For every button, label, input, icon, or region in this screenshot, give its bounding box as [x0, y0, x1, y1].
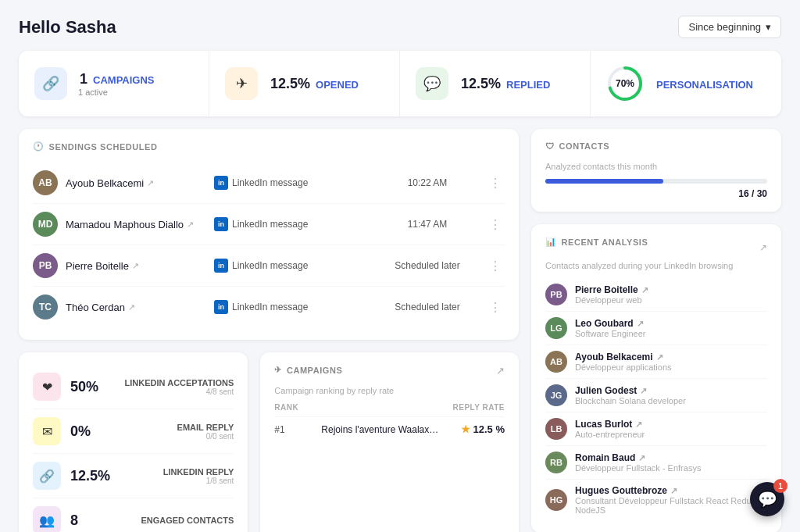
contacts-icon: 🛡: [545, 141, 555, 151]
chart-icon: 📊: [545, 237, 557, 247]
campaigns-panel-title: ✈ CAMPAIGNS: [274, 365, 394, 375]
main-grid: 🕐 SENDINGS SCHEDULED AB Ayoub Belkacemi …: [19, 129, 781, 532]
metrics-grid: ❤ 50% LINKEDIN ACCEPTATIONS 4/8 sent ✉ 0…: [19, 352, 519, 532]
message-type: in LinkedIn message: [214, 217, 369, 231]
external-link-icon: ↗: [656, 352, 663, 362]
more-options-button[interactable]: ⋮: [486, 297, 505, 318]
external-link-recent-icon[interactable]: ↗: [759, 242, 767, 253]
more-options-button[interactable]: ⋮: [486, 173, 505, 194]
since-selector[interactable]: Since beginning ▾: [678, 16, 781, 38]
recent-analysis-panel: 📊 RECENT ANALYSIS ↗ Contacts analyzed du…: [531, 224, 781, 532]
recent-row: JG Julien Godest ↗ Blockchain Solana dev…: [545, 379, 767, 412]
avatar: JG: [545, 384, 567, 406]
stat-campaigns[interactable]: 🔗 1 CAMPAIGNS 1 active: [19, 51, 209, 116]
external-icon: ↗: [147, 178, 154, 188]
external-link-icon: ↗: [640, 386, 647, 396]
more-options-button[interactable]: ⋮: [486, 255, 505, 277]
metrics-list: ❤ 50% LINKEDIN ACCEPTATIONS 4/8 sent ✉ 0…: [33, 365, 234, 532]
chat-icon: 💬: [758, 490, 777, 509]
external-link-icon: ↗: [641, 285, 648, 295]
recent-contact-name: Hugues Gouttebroze ↗: [575, 485, 767, 496]
recent-row: AB Ayoub Belkacemi ↗ Développeur applica…: [545, 345, 767, 379]
message-type: in LinkedIn message: [214, 259, 369, 273]
recent-contact-name: Lucas Burlot ↗: [575, 419, 645, 430]
chat-bubble[interactable]: 💬 1: [750, 482, 784, 516]
campaigns-list: #1 Rejoins l'aventure Waalaxy et devient…: [274, 416, 505, 441]
metric-icon: ❤: [33, 373, 61, 401]
linkedin-icon: in: [214, 259, 228, 273]
contacts-count: 16 / 30: [545, 188, 767, 199]
sendings-panel: 🕐 SENDINGS SCHEDULED AB Ayoub Belkacemi …: [19, 129, 519, 340]
campaigns-panel: ✈ CAMPAIGNS Campaign ranking by reply ra…: [260, 352, 519, 532]
metric-value: 50%: [70, 379, 113, 395]
linkedin-icon: in: [214, 176, 228, 190]
contacts-fill: [545, 179, 663, 184]
recent-contact-role: Software Engineer: [575, 329, 646, 338]
send-time: Scheduled later: [377, 260, 478, 271]
recent-contact-role: Développeur applications: [575, 362, 672, 372]
sending-row: PB Pierre Boitelle ↗ in LinkedIn message…: [33, 245, 505, 287]
metric-label: LINKEDIN REPLY: [123, 467, 234, 477]
metric-sub: 4/8 sent: [123, 387, 234, 396]
contact-name: Pierre Boitelle ↗: [66, 260, 206, 272]
stat-opened[interactable]: ✈ 12.5% OPENED: [209, 51, 400, 116]
metric-label: EMAIL REPLY: [123, 423, 234, 432]
stats-row: 🔗 1 CAMPAIGNS 1 active ✈ 12.5% OPENED 💬 …: [19, 51, 781, 116]
recent-contact-name: Julien Godest ↗: [575, 385, 686, 396]
opened-icon: ✈: [225, 67, 258, 100]
stat-replied[interactable]: 💬 12.5% REPLIED: [400, 51, 591, 116]
campaigns-value: 1: [80, 71, 88, 87]
clock-icon: 🕐: [33, 141, 45, 152]
recent-contact-name: Leo Goubard ↗: [575, 318, 646, 329]
recent-contact-role: Blockchain Solana developer: [575, 396, 686, 405]
recent-analysis-title: 📊 RECENT ANALYSIS: [545, 237, 648, 247]
linkedin-icon: in: [214, 300, 228, 314]
recent-contact-name: Romain Baud ↗: [575, 452, 701, 463]
replied-value: 12.5%: [461, 76, 501, 91]
campaign-name: Rejoins l'aventure Waalaxy et devient no…: [321, 424, 442, 435]
contacts-title: 🛡 CONTACTS: [545, 141, 767, 151]
external-icon: ↗: [132, 261, 139, 271]
personalisation-label: PERSONALISATION: [656, 79, 753, 91]
external-icon: ↗: [187, 220, 194, 230]
avatar: HG: [545, 489, 567, 511]
right-col: 🛡 CONTACTS Analyzed contacts this month …: [531, 129, 781, 532]
campaign-row[interactable]: #1 Rejoins l'aventure Waalaxy et devient…: [274, 416, 505, 441]
recent-row: RB Romain Baud ↗ Développeur Fullstack -…: [545, 446, 767, 480]
metric-row: 🔗 12.5% LINKEDIN REPLY 1/8 sent: [33, 454, 234, 498]
avatar: LG: [545, 317, 567, 339]
recent-row: LB Lucas Burlot ↗ Auto-entrepreneur: [545, 412, 767, 446]
recent-row: LG Leo Goubard ↗ Software Engineer: [545, 312, 767, 345]
metric-label: ENGAGED CONTACTS: [123, 516, 234, 525]
contacts-panel: 🛡 CONTACTS Analyzed contacts this month …: [531, 129, 781, 212]
recent-contact-role: Auto-entrepreneur: [575, 430, 645, 439]
external-link-icon: ↗: [638, 453, 645, 463]
metric-row: ✉ 0% EMAIL REPLY 0/0 sent: [33, 409, 234, 454]
metric-icon: 👥: [33, 506, 61, 532]
avatar: TC: [33, 295, 58, 320]
message-type: in LinkedIn message: [214, 300, 369, 314]
recent-row: HG Hugues Gouttebroze ↗ Consultant Dével…: [545, 480, 767, 520]
avatar: RB: [545, 452, 567, 473]
stat-personalisation[interactable]: 70% PERSONALISATION: [591, 51, 781, 116]
metric-sub: 0/0 sent: [123, 432, 234, 441]
external-link-icon: ↗: [670, 486, 677, 496]
recent-contact-role: Consultant Développeur Fullstack React R…: [575, 496, 767, 515]
avatar: LB: [545, 418, 567, 440]
opened-label: OPENED: [316, 79, 359, 91]
campaigns-label: CAMPAIGNS: [93, 74, 154, 86]
sending-row: MD Mamadou Maphous Diallo ↗ in LinkedIn …: [33, 204, 505, 245]
metric-label: LINKEDIN ACCEPTATIONS: [123, 378, 234, 387]
recent-sub: Contacts analyzed during your LinkedIn b…: [545, 261, 767, 270]
campaigns-sub-text: Campaign ranking by reply rate: [274, 386, 394, 395]
external-link-icon[interactable]: ↗: [496, 365, 505, 377]
more-options-button[interactable]: ⋮: [486, 214, 505, 235]
send-time: Scheduled later: [377, 302, 478, 312]
external-link-icon: ↗: [637, 319, 644, 329]
recent-contact-name: Pierre Boitelle ↗: [575, 284, 648, 295]
sendings-list: AB Ayoub Belkacemi ↗ in LinkedIn message…: [33, 162, 505, 327]
metric-row: ❤ 50% LINKEDIN ACCEPTATIONS 4/8 sent: [33, 365, 234, 409]
message-type: in LinkedIn message: [214, 176, 369, 190]
send-time: 10:22 AM: [377, 177, 478, 188]
metric-row: 👥 8 ENGAGED CONTACTS: [33, 498, 234, 532]
